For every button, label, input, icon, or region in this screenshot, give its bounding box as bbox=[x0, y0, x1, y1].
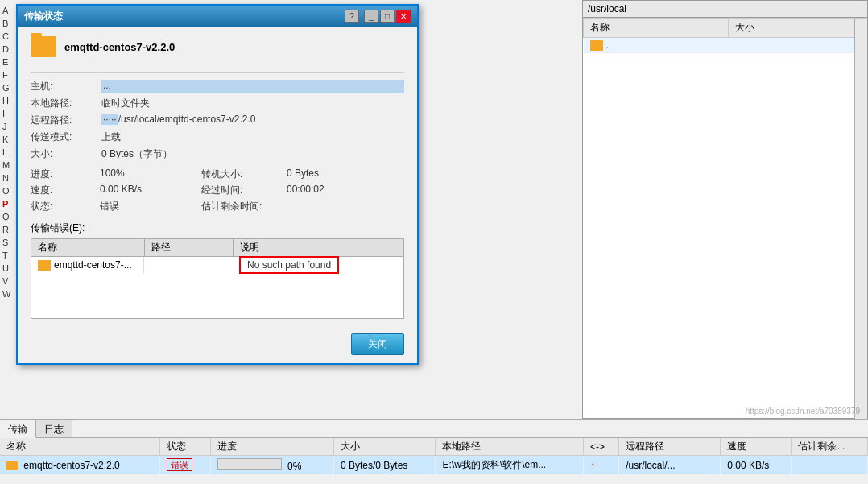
remote-path-label: 远程路径: bbox=[31, 114, 95, 127]
row-speed: 0.00 KB/s bbox=[721, 456, 792, 475]
transfer-mode-value: 上载 bbox=[101, 130, 404, 144]
bottom-tabs: 传输 日志 bbox=[0, 420, 868, 438]
transfer-queue-table: 名称 状态 进度 大小 本地路径 <-> 远程路径 速度 估计剩余... emq… bbox=[0, 438, 868, 474]
row-name: emqttd-centos7-v2.2.0 bbox=[0, 456, 159, 475]
col-name-header[interactable]: 名称 bbox=[0, 438, 159, 456]
error-table-row: emqttd-centos7-... No such path found bbox=[31, 257, 403, 274]
main-window: A B C D E F G H I J K L M N O P Q R S T … bbox=[0, 0, 868, 484]
error-message: No such path found bbox=[239, 256, 339, 274]
file-info-row: emqttd-centos7-v2.2.0 bbox=[31, 36, 404, 64]
col-arrow-header[interactable]: <-> bbox=[584, 438, 619, 456]
col-name[interactable]: 名称 bbox=[584, 19, 729, 38]
progress-label: 进度: bbox=[31, 168, 95, 181]
transfer-status-dialog: 传输状态 ? _ □ ✕ emqttd-centos7-v2.2.0 主机: .… bbox=[16, 4, 419, 365]
speed-label: 速度: bbox=[31, 184, 95, 197]
queue-header-row: 名称 状态 进度 大小 本地路径 <-> 远程路径 速度 估计剩余... bbox=[0, 438, 868, 456]
col-speed-header[interactable]: 速度 bbox=[721, 438, 792, 456]
minimize-button[interactable]: _ bbox=[364, 10, 378, 23]
remote-panel-header: /usr/local bbox=[583, 1, 867, 18]
remote-path-value: ·····/usr/local/emqttd-centos7-v2.2.0 bbox=[101, 114, 404, 127]
col-progress-header[interactable]: 进度 bbox=[210, 438, 333, 456]
separator bbox=[31, 72, 404, 73]
sidebar-letter-a: A bbox=[0, 4, 14, 17]
transferred-label: 转机大小: bbox=[201, 168, 282, 181]
file-name-label: emqttd-centos7-v2.2.0 bbox=[64, 41, 175, 53]
row-remote-path: /usr/local/... bbox=[619, 456, 721, 475]
row-status: 错误 bbox=[159, 456, 210, 475]
row-folder-icon bbox=[6, 461, 18, 470]
transfer-queue-row[interactable]: emqttd-centos7-v2.2.0 错误 0% 0 Bytes/0 By… bbox=[0, 456, 868, 475]
sidebar-letter-d: D bbox=[0, 43, 14, 56]
maximize-button[interactable]: □ bbox=[380, 10, 395, 23]
col-remote-path-header[interactable]: 远程路径 bbox=[619, 438, 721, 456]
error-col-name[interactable]: 名称 bbox=[31, 239, 144, 257]
sidebar-letter-t: T bbox=[0, 249, 14, 262]
progress-value: 100% bbox=[100, 168, 196, 181]
size-label: 大小: bbox=[31, 147, 95, 161]
help-button[interactable]: ? bbox=[345, 10, 359, 23]
upload-arrow-icon: ↑ bbox=[590, 460, 595, 471]
sidebar-letter-j: J bbox=[0, 120, 14, 133]
watermark: https://blog.csdn.net/a70389379 bbox=[746, 407, 860, 416]
error-folder-icon bbox=[38, 260, 51, 271]
dialog-title: 传输状态 bbox=[24, 10, 63, 23]
remote-file-size bbox=[728, 38, 866, 53]
remote-file-row[interactable]: .. bbox=[584, 38, 867, 53]
local-path-label: 本地路径: bbox=[31, 97, 95, 110]
row-status-badge: 错误 bbox=[167, 458, 192, 471]
tab-transfer[interactable]: 传输 bbox=[0, 420, 36, 438]
row-arrow: ↑ bbox=[584, 456, 619, 475]
error-table-container: 名称 路径 说明 emqttd-centos7-... bbox=[31, 238, 404, 319]
sidebar-letter-r: R bbox=[0, 223, 14, 236]
folder-icon-small bbox=[590, 40, 603, 51]
error-row-msg: No such path found bbox=[233, 257, 403, 274]
sidebar-letter-c: C bbox=[0, 30, 14, 43]
row-remaining bbox=[792, 456, 868, 475]
dialog-footer: 关闭 bbox=[18, 329, 417, 363]
speed-value: 0.00 KB/s bbox=[100, 184, 196, 197]
col-local-path-header[interactable]: 本地路径 bbox=[436, 438, 584, 456]
sidebar-letter-h: H bbox=[0, 94, 14, 107]
remote-file-name: .. bbox=[584, 38, 729, 53]
progress-grid: 进度: 100% 转机大小: 0 Bytes 速度: 0.00 KB/s 经过时… bbox=[31, 168, 404, 213]
remote-path-display: /usr/local bbox=[588, 3, 626, 14]
info-grid: 主机: ... 本地路径: 临时文件夹 远程路径: ·····/usr/loca… bbox=[31, 80, 404, 161]
close-x-button[interactable]: ✕ bbox=[396, 10, 411, 23]
col-size-header[interactable]: 大小 bbox=[334, 438, 436, 456]
scrollbar[interactable] bbox=[854, 19, 867, 436]
close-dialog-button[interactable]: 关闭 bbox=[351, 333, 404, 355]
bottom-transfer-bar: 传输 日志 名称 状态 进度 大小 本地路径 <-> 远程路径 速度 估计剩余.… bbox=[0, 419, 868, 484]
sidebar-letter-w: W bbox=[0, 288, 14, 300]
error-row-name: emqttd-centos7-... bbox=[31, 257, 144, 273]
size-value: 0 Bytes（字节） bbox=[101, 147, 404, 161]
error-col-msg[interactable]: 说明 bbox=[233, 239, 403, 257]
local-path-value: 临时文件夹 bbox=[101, 97, 404, 110]
remote-file-panel: /usr/local 名称 大小 .. bbox=[582, 0, 868, 419]
col-size[interactable]: 大小 bbox=[728, 19, 866, 38]
sidebar-letter-i: I bbox=[0, 107, 14, 120]
dialog-content: emqttd-centos7-v2.2.0 主机: ... 本地路径: 临时文件… bbox=[18, 27, 417, 329]
tab-log[interactable]: 日志 bbox=[36, 420, 72, 437]
sidebar-letter-b: B bbox=[0, 17, 14, 30]
sidebar-letter-g: G bbox=[0, 81, 14, 94]
sidebar-letter-v: V bbox=[0, 275, 14, 288]
remote-file-table: 名称 大小 .. bbox=[583, 18, 867, 53]
row-local-path: E:\w我的资料\软件\em... bbox=[436, 456, 584, 475]
row-progress: 0% bbox=[210, 456, 333, 475]
col-remaining-header[interactable]: 估计剩余... bbox=[792, 438, 868, 456]
sidebar-letter-n: N bbox=[0, 172, 14, 184]
sidebar-letter-u: U bbox=[0, 262, 14, 275]
host-value: ... bbox=[101, 80, 404, 93]
sidebar-letter-m: M bbox=[0, 159, 14, 172]
sidebar-letter-o: O bbox=[0, 184, 14, 197]
sidebar-letter-e: E bbox=[0, 56, 14, 68]
remaining-value bbox=[287, 200, 404, 213]
error-table: 名称 路径 说明 emqttd-centos7-... bbox=[31, 239, 403, 273]
remaining-label: 估计剩余时间: bbox=[201, 200, 282, 213]
dialog-titlebar: 传输状态 ? _ □ ✕ bbox=[18, 6, 417, 27]
error-section: 传输错误(E): 名称 路径 说明 bbox=[31, 221, 404, 319]
sidebar-letter-k: K bbox=[0, 133, 14, 146]
error-col-path[interactable]: 路径 bbox=[144, 239, 233, 257]
col-status-header[interactable]: 状态 bbox=[159, 438, 210, 456]
host-label: 主机: bbox=[31, 80, 95, 93]
